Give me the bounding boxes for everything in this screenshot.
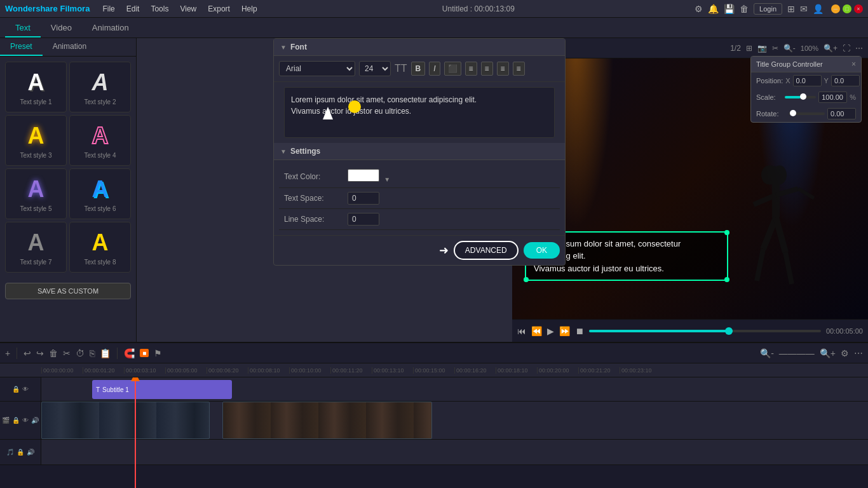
rotate-slider[interactable] [789, 112, 825, 115]
line-space-input[interactable] [348, 213, 379, 226]
tab-video[interactable]: Video [41, 19, 82, 37]
grid-icon[interactable]: ⊞ [787, 4, 795, 14]
notification-icon[interactable]: 🔔 [708, 4, 719, 14]
subtab-preset[interactable]: Preset [0, 38, 43, 56]
subtitle-clip[interactable]: T Subtitle 1 [92, 380, 232, 399]
font-family-select[interactable]: Arial [279, 61, 355, 76]
align-justify-button[interactable]: ≡ [497, 62, 509, 76]
style-label-6: Text style 6 [84, 205, 116, 212]
style-item-6[interactable]: A Text style 6 [69, 168, 131, 219]
step-back-button[interactable]: ⏪ [531, 326, 542, 336]
progress-bar[interactable] [589, 330, 821, 332]
zoom-out-button[interactable]: 🔍- [783, 44, 796, 53]
color-dropdown-icon[interactable]: ▼ [384, 176, 390, 183]
tl-cut-button[interactable]: ✂ [63, 348, 71, 358]
fullscreen-button[interactable]: ⛶ [843, 44, 850, 53]
screen-fit-button[interactable]: ⊞ [746, 44, 752, 53]
color-swatch[interactable] [348, 169, 379, 182]
menu-tools[interactable]: Tools [146, 3, 173, 15]
tl-zoom-slider[interactable]: ———— [779, 348, 815, 358]
ruler-mark-6: 00:00:10:00 [289, 367, 330, 374]
menu-edit[interactable]: Edit [121, 3, 145, 15]
text-space-input[interactable] [348, 192, 379, 205]
font-section-header[interactable]: ▼ Font [274, 39, 565, 56]
menu-help[interactable]: Help [236, 3, 262, 15]
more-text-options[interactable]: ≡ [513, 62, 525, 76]
tl-magnet-button[interactable]: 🧲 [124, 348, 135, 358]
login-button[interactable]: Login [754, 3, 782, 15]
audio-lock[interactable]: 🔒 [17, 449, 24, 456]
tab-animation[interactable]: Animation [82, 19, 139, 37]
align-right-button[interactable]: ≡ [481, 62, 493, 76]
zoom-in-button[interactable]: 🔍+ [824, 44, 837, 53]
camera-button[interactable]: 📷 [757, 44, 767, 53]
trash-icon[interactable]: 🗑 [740, 4, 749, 14]
text-preview-area[interactable]: Lorem ipsum dolor sit amet, consectetur … [284, 87, 555, 138]
menu-export[interactable]: Export [203, 3, 235, 15]
font-size-select[interactable]: 24 [359, 61, 391, 76]
align-center-button[interactable]: ≡ [465, 62, 477, 76]
tl-split-button[interactable]: ⏱ [76, 348, 85, 358]
menu-file[interactable]: File [97, 3, 119, 15]
tl-copy-button[interactable]: ⎘ [90, 348, 95, 358]
audio-mute[interactable]: 🔊 [27, 449, 34, 456]
tl-settings[interactable]: ⚙ [841, 348, 849, 358]
more-options-button[interactable]: ⋯ [855, 44, 863, 53]
menu-view[interactable]: View [175, 3, 201, 15]
clip-thumbnail-2 [223, 402, 431, 438]
settings-icon[interactable]: ⚙ [695, 4, 703, 14]
scissors-button[interactable]: ✂ [772, 44, 778, 53]
tl-add-button[interactable]: + [5, 348, 10, 358]
scale-input[interactable] [818, 92, 847, 103]
style-item-3[interactable]: A Text style 3 [5, 115, 67, 166]
style-item-1[interactable]: A Text style 1 [5, 62, 67, 112]
minimize-button[interactable]: ─ [831, 4, 840, 13]
style-item-7[interactable]: A Text style 7 [5, 222, 67, 273]
save-icon[interactable]: 💾 [724, 4, 735, 14]
tl-zoom-out[interactable]: 🔍- [760, 348, 774, 358]
step-forward-button[interactable]: ⏩ [559, 326, 570, 336]
italic-button[interactable]: I [429, 62, 440, 76]
tgc-close-button[interactable]: × [851, 60, 856, 69]
tl-marker-button[interactable]: ⚑ [154, 348, 162, 358]
bold-button[interactable]: B [411, 62, 426, 76]
rewind-button[interactable]: ⏮ [517, 326, 526, 336]
style-item-8[interactable]: A Text style 8 [69, 222, 131, 273]
svg-line-7 [798, 189, 814, 198]
play-button[interactable]: ▶ [547, 326, 554, 336]
stop-button[interactable]: ⏹ [575, 326, 584, 336]
align-left-button[interactable]: ⬛ [444, 62, 461, 76]
mail-icon[interactable]: ✉ [800, 4, 808, 14]
video-track-lock[interactable]: 🔒 [12, 417, 20, 424]
video-clip-1[interactable] [41, 402, 210, 439]
tl-paste-button[interactable]: 📋 [100, 348, 111, 358]
tl-delete-button[interactable]: 🗑 [49, 348, 58, 358]
video-clip-2[interactable] [222, 402, 432, 439]
advanced-button[interactable]: ADVANCED [454, 241, 519, 260]
position-y-input[interactable] [831, 75, 860, 86]
video-track-eye[interactable]: 👁 [22, 417, 29, 424]
rotate-input[interactable] [827, 108, 856, 119]
tl-more[interactable]: ⋯ [854, 348, 863, 358]
subtab-animation[interactable]: Animation [43, 38, 97, 56]
style-item-5[interactable]: A Text style 5 [5, 168, 67, 219]
video-track-audio[interactable]: 🔊 [31, 417, 39, 424]
position-x-input[interactable] [793, 75, 822, 86]
settings-section-header[interactable]: ▼ Settings [274, 143, 565, 160]
scale-slider[interactable] [785, 96, 816, 98]
tl-undo-button[interactable]: ↩ [24, 348, 31, 358]
save-as-custom-button[interactable]: SAVE AS CUSTOM [5, 283, 131, 299]
tl-redo-button[interactable]: ↪ [36, 348, 44, 358]
tab-text[interactable]: Text [5, 19, 41, 37]
ok-button[interactable]: OK [524, 242, 560, 259]
text-effects-icon[interactable]: TT [395, 63, 407, 74]
track-lock-icon[interactable]: 🔒 [12, 386, 20, 393]
timeline-ruler: 00:00:00:00 00:00:01:20 00:00:03:10 00:0… [0, 363, 868, 377]
track-eye-icon[interactable]: 👁 [22, 386, 29, 393]
tl-zoom-in[interactable]: 🔍+ [820, 348, 836, 358]
account-icon[interactable]: 👤 [813, 4, 824, 14]
style-item-2[interactable]: A Text style 2 [69, 62, 131, 112]
maximize-button[interactable]: □ [843, 4, 851, 13]
style-item-4[interactable]: A Text style 4 [69, 115, 131, 166]
close-button[interactable]: × [854, 4, 863, 13]
